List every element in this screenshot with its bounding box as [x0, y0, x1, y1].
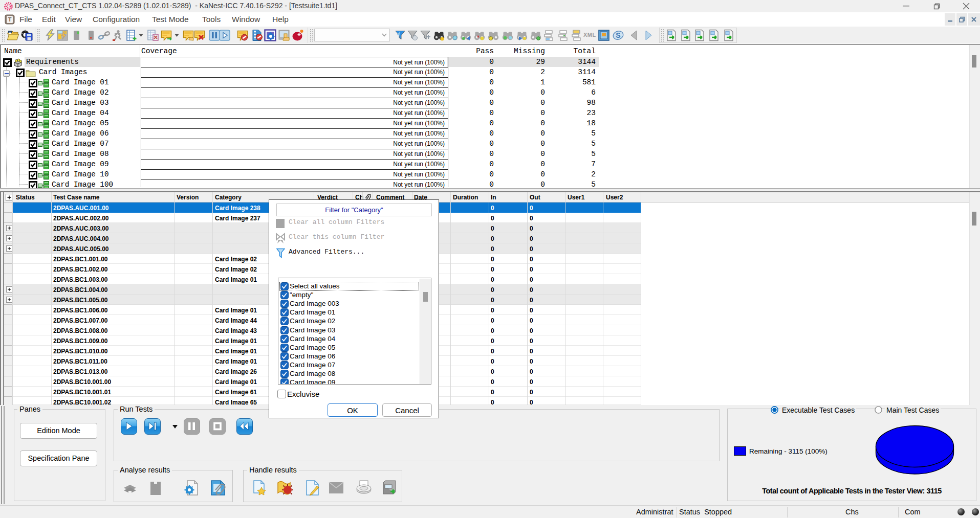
svg-text:T: T — [8, 16, 12, 22]
svg-text:S: S — [616, 31, 620, 39]
